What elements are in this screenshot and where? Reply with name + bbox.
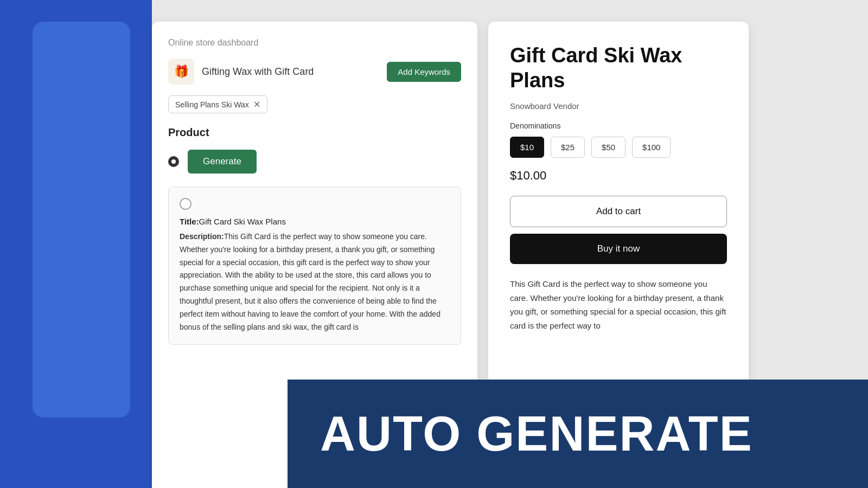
content-description: Description:This Gift Card is the perfec… [180,230,450,333]
bottom-banner: AUTO GENERATE [288,380,868,488]
banner-text: AUTO GENERATE [320,406,753,462]
radio-inner [171,159,176,164]
product-title: Gift Card Ski Wax Plans [510,43,727,93]
title-label: Title: [180,217,199,226]
buy-now-button[interactable]: Buy it now [510,234,727,264]
product-row: 🎁 Gifting Wax with Gift Card Add Keyword… [168,59,461,85]
radio-empty[interactable] [180,198,192,210]
product-price: $10.00 [510,169,727,183]
generate-row: Generate [168,150,461,174]
content-box: Title:Gift Card Ski Wax Plans Descriptio… [168,187,461,345]
title-value: Gift Card Ski Wax Plans [199,217,286,226]
gift-card-icon: 🎁 [168,59,194,85]
denom-10-button[interactable]: $10 [510,137,544,158]
tag-label: Selling Plans Ski Wax [175,100,249,109]
radio-selected[interactable] [168,156,179,167]
section-title: Product [168,126,461,139]
denom-50-button[interactable]: $50 [591,137,626,158]
dashboard-title: Online store dashboard [168,38,461,48]
background-left-inner [33,22,130,418]
product-description: This Gift Card is the perfect way to sho… [510,277,727,332]
tag-remove-icon[interactable]: ✕ [253,99,260,110]
denom-25-button[interactable]: $25 [551,137,585,158]
desc-label: Description: [180,232,224,241]
denomination-options: $10 $25 $50 $100 [510,137,727,158]
generate-button[interactable]: Generate [188,150,257,174]
tag-selling-plans: Selling Plans Ski Wax ✕ [168,95,267,113]
denominations-label: Denominations [510,121,727,130]
tag-row: Selling Plans Ski Wax ✕ [168,95,461,113]
desc-value: This Gift Card is the perfect way to sho… [180,232,441,331]
content-title: Title:Gift Card Ski Wax Plans [180,215,450,228]
product-name: Gifting Wax with Gift Card [202,66,379,78]
add-to-cart-button[interactable]: Add to cart [510,196,727,227]
denom-100-button[interactable]: $100 [632,137,671,158]
add-keywords-button[interactable]: Add Keywords [387,62,461,82]
vendor-name: Snowboard Vendor [510,101,727,111]
